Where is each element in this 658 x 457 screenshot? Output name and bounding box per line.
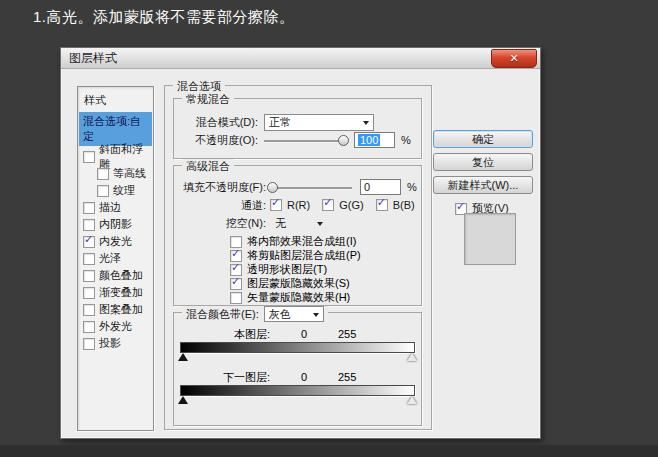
- this-layer-min: 0: [270, 328, 338, 340]
- option-layer-mask-hides[interactable]: 图层蒙版隐藏效果(S): [230, 278, 421, 289]
- sidebar-item-inner-shadow[interactable]: 内阴影: [78, 216, 153, 233]
- marker-row: [180, 353, 415, 362]
- this-layer-gradient: [180, 342, 415, 362]
- option-blend-interior[interactable]: 将内部效果混合成组(I): [230, 236, 421, 247]
- checkbox[interactable]: [83, 287, 95, 299]
- blend-mode-select[interactable]: 正常: [264, 114, 374, 131]
- checkbox[interactable]: [83, 304, 95, 316]
- blend-mode-row: 混合模式(D): 正常: [174, 113, 421, 131]
- dialog-titlebar[interactable]: 图层样式 ✕: [61, 48, 540, 69]
- sidebar-item-gradient-overlay[interactable]: 渐变叠加: [78, 284, 153, 301]
- gradient-ramp: [180, 342, 415, 353]
- opacity-row: 不透明度(O): 100 %: [174, 131, 421, 149]
- channel-b[interactable]: B(B): [376, 199, 415, 211]
- sidebar-item-label: 外发光: [99, 319, 132, 334]
- new-style-button[interactable]: 新建样式(W)...: [433, 176, 533, 194]
- option-label: 将内部效果混合成组(I): [247, 234, 356, 249]
- checkbox[interactable]: [83, 236, 95, 248]
- sidebar-item-label: 光泽: [99, 251, 121, 266]
- general-blending-group: 常规混合 混合模式(D): 正常 不透明度(O): 100: [173, 98, 422, 159]
- chevron-down-icon: [317, 222, 323, 229]
- option-label: 矢量蒙版隐藏效果(H): [247, 290, 350, 305]
- checkbox[interactable]: [83, 151, 95, 163]
- slider-thumb[interactable]: [267, 182, 278, 193]
- white-point-marker[interactable]: [407, 396, 417, 404]
- checkbox[interactable]: [83, 253, 95, 265]
- sidebar-item-bevel-emboss[interactable]: 斜面和浮雕: [78, 148, 153, 165]
- fill-opacity-slider[interactable]: [270, 183, 352, 192]
- sidebar-item-label: 颜色叠加: [99, 268, 143, 283]
- sidebar-item-stroke[interactable]: 描边: [78, 199, 153, 216]
- white-point-marker[interactable]: [407, 353, 417, 361]
- checkbox[interactable]: [83, 338, 95, 350]
- black-point-marker[interactable]: [178, 396, 188, 404]
- advanced-options-list: 将内部效果混合成组(I) 将剪贴图层混合成组(P) 透明形状图层(T) 图层蒙版…: [174, 236, 421, 303]
- marker-row: [180, 396, 415, 405]
- sidebar-item-contour[interactable]: 等高线: [78, 165, 153, 182]
- channel-r[interactable]: R(R): [270, 199, 310, 211]
- sidebar-header: 样式: [78, 92, 153, 111]
- blend-mode-value: 正常: [269, 115, 291, 130]
- knockout-label: 挖空(N):: [174, 216, 270, 231]
- opacity-unit: %: [401, 134, 411, 146]
- channel-label: R(R): [287, 199, 310, 211]
- sidebar-item-label: 投影: [99, 336, 121, 351]
- sidebar-item-satin[interactable]: 光泽: [78, 250, 153, 267]
- sidebar-item-inner-glow[interactable]: 内发光: [78, 233, 153, 250]
- channel-label: B(B): [393, 199, 415, 211]
- option-blend-clipped[interactable]: 将剪贴图层混合成组(P): [230, 250, 421, 261]
- sidebar-item-label: 图案叠加: [99, 302, 143, 317]
- advanced-blending-group: 高级混合 填充不透明度(F): 0 % 通道: R: [173, 165, 422, 306]
- checkbox[interactable]: [83, 219, 95, 231]
- opacity-slider[interactable]: [264, 136, 346, 145]
- checkbox[interactable]: [270, 199, 282, 211]
- checkbox[interactable]: [83, 270, 95, 282]
- blend-if-value: 灰色: [269, 307, 291, 322]
- checkbox[interactable]: [97, 185, 109, 197]
- checkbox[interactable]: [230, 292, 242, 304]
- checkbox[interactable]: [230, 278, 242, 290]
- fill-opacity-row: 填充不透明度(F): 0 %: [174, 178, 421, 196]
- sidebar-item-drop-shadow[interactable]: 投影: [78, 335, 153, 352]
- close-button[interactable]: ✕: [491, 49, 537, 68]
- sidebar-item-color-overlay[interactable]: 颜色叠加: [78, 267, 153, 284]
- underlying-layer-label: 下一图层:: [174, 370, 270, 385]
- slider-track: [264, 140, 346, 143]
- black-point-marker[interactable]: [178, 353, 188, 361]
- fill-opacity-input[interactable]: 0: [360, 179, 401, 195]
- knockout-select[interactable]: 无: [270, 215, 328, 232]
- reset-button[interactable]: 复位: [433, 153, 533, 171]
- channel-g[interactable]: G(G): [322, 199, 363, 211]
- option-vector-mask-hides[interactable]: 矢量蒙版隐藏效果(H): [230, 292, 421, 303]
- sidebar-item-label: 描边: [99, 200, 121, 215]
- blend-if-select[interactable]: 灰色: [264, 306, 324, 322]
- slider-thumb[interactable]: [338, 135, 349, 146]
- sidebar-item-outer-glow[interactable]: 外发光: [78, 318, 153, 335]
- tutorial-caption: 1.高光。添加蒙版将不需要部分擦除。: [33, 8, 295, 27]
- channel-label: G(G): [339, 199, 363, 211]
- chevron-down-icon: [313, 313, 319, 320]
- sidebar-item-label: 内发光: [99, 234, 132, 249]
- sidebar-item-label: 渐变叠加: [99, 285, 143, 300]
- blend-if-group: 混合颜色带(E): 灰色 本图层: 0 255: [173, 312, 422, 426]
- ok-button[interactable]: 确定: [433, 130, 533, 148]
- checkbox[interactable]: [97, 168, 109, 180]
- checkbox[interactable]: [322, 199, 334, 211]
- channels-label: 通道:: [174, 198, 270, 213]
- checkbox[interactable]: [376, 199, 388, 211]
- checkbox[interactable]: [83, 202, 95, 214]
- opacity-input[interactable]: 100: [354, 132, 395, 148]
- this-layer-max: 255: [338, 328, 356, 340]
- preview-swatch: [464, 213, 516, 265]
- blending-options-group: 混合选项 常规混合 混合模式(D): 正常 不透明度(O):: [164, 85, 432, 430]
- checkbox[interactable]: [83, 321, 95, 333]
- sidebar-item-texture[interactable]: 纹理: [78, 182, 153, 199]
- opacity-value: 100: [358, 134, 380, 146]
- styles-sidebar: 样式 混合选项:自定 斜面和浮雕 等高线 纹理 描边 内阴影: [77, 86, 154, 431]
- group-title: 高级混合: [182, 159, 234, 174]
- knockout-row: 挖空(N): 无: [174, 214, 421, 232]
- option-transparency-shapes[interactable]: 透明形状图层(T): [230, 264, 421, 275]
- sidebar-item-pattern-overlay[interactable]: 图案叠加: [78, 301, 153, 318]
- knockout-value: 无: [275, 216, 286, 231]
- action-column: 确定 复位 新建样式(W)... 预览(V): [433, 130, 533, 216]
